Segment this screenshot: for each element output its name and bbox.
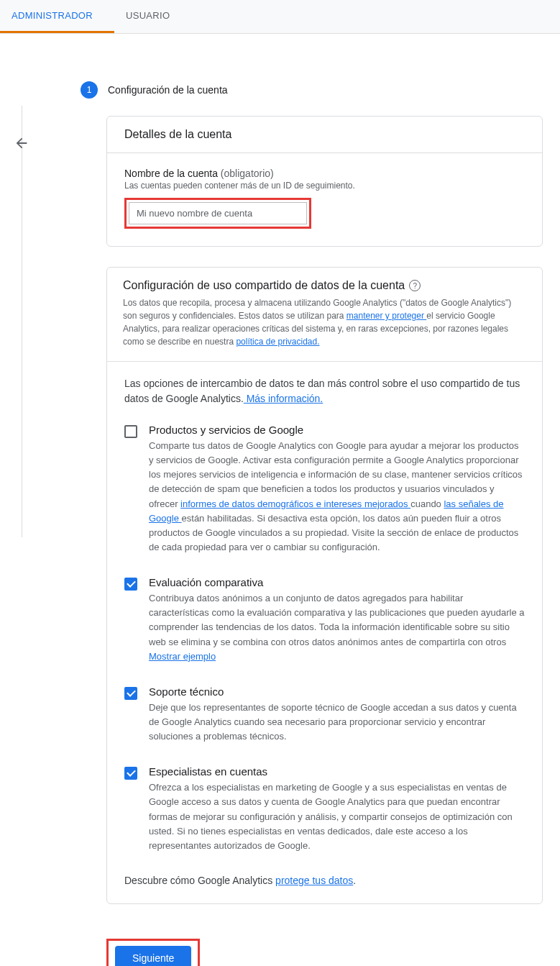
demographics-reports-link[interactable]: informes de datos demográficos e interes… [180,498,410,509]
show-example-link[interactable]: Mostrar ejemplo [149,651,216,662]
next-button-highlight: Siguiente [106,939,200,966]
account-details-header: Detalles de la cuenta [107,117,542,153]
tab-administrator[interactable]: ADMINISTRADOR [0,0,114,33]
data-sharing-card: Configuración de uso compartido de datos… [106,267,543,904]
sharing-intro: Las opciones de intercambio de datos te … [124,376,525,406]
option-title: Soporte técnico [149,685,525,698]
account-name-label: Nombre de la cuenta (obligatorio) [124,168,525,179]
privacy-policy-link[interactable]: política de privacidad. [236,337,319,347]
checkbox-account-specialists[interactable] [124,767,137,780]
option-title: Productos y servicios de Google [149,424,525,436]
step-connector-line [22,106,22,537]
step-header: 1 Configuración de la cuenta [81,81,543,99]
protect-data-link[interactable]: protege tus datos [275,875,353,886]
account-name-helper: Las cuentas pueden contener más de un ID… [124,181,525,191]
option-technical-support: Soporte técnico Deje que los representan… [124,685,525,744]
option-description: Comparte tus datos de Google Analytics c… [149,439,525,555]
step-number-badge: 1 [81,81,98,99]
maintain-protect-link[interactable]: mantener y proteger [346,311,426,321]
sharing-title: Configuración de uso compartido de datos… [123,279,526,292]
step-title: Configuración de la cuenta [108,84,228,96]
arrow-left-icon [14,135,29,151]
option-title: Especialistas en cuentas [149,765,525,778]
checkbox-benchmarking[interactable] [124,578,137,591]
account-name-input[interactable] [129,202,307,224]
back-button[interactable] [10,132,33,155]
option-google-products: Productos y servicios de Google Comparte… [124,424,525,555]
sharing-description: Los datos que recopila, procesa y almace… [123,296,526,348]
help-icon[interactable]: ? [409,280,421,291]
option-benchmarking: Evaluación comparativa Contribuya datos … [124,576,525,664]
checkbox-technical-support[interactable] [124,687,137,700]
option-description: Contribuya datos anónimos a un conjunto … [149,591,525,664]
tabs-bar: ADMINISTRADOR USUARIO [0,0,560,34]
checkbox-google-products[interactable] [124,425,137,438]
next-button[interactable]: Siguiente [115,946,191,966]
account-details-card: Detalles de la cuenta Nombre de la cuent… [106,116,543,247]
sharing-footer: Descubre cómo Google Analytics protege t… [124,875,525,886]
option-description: Ofrezca a los especialistas en marketing… [149,780,525,853]
option-description: Deje que los representantes de soporte t… [149,701,525,744]
more-info-link[interactable]: Más información. [244,393,323,404]
tab-user[interactable]: USUARIO [114,0,191,33]
option-title: Evaluación comparativa [149,576,525,588]
account-name-highlight [124,198,311,229]
option-account-specialists: Especialistas en cuentas Ofrezca a los e… [124,765,525,853]
